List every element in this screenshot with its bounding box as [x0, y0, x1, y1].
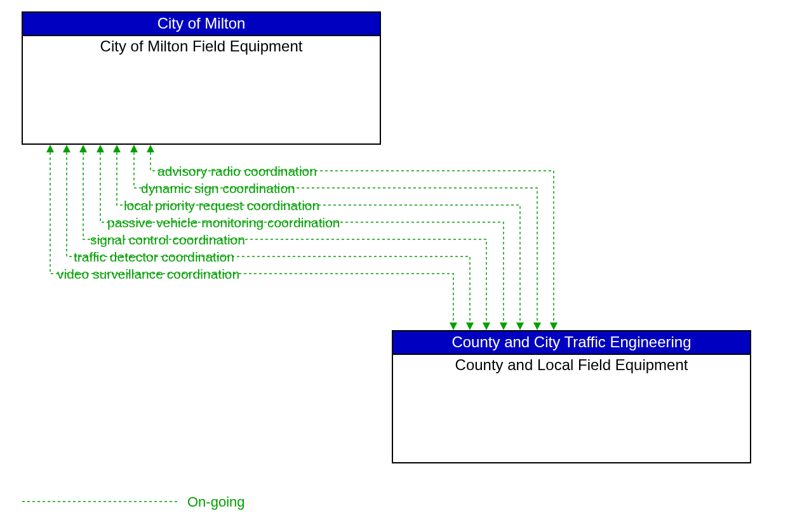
- svg-marker-3: [533, 323, 541, 330]
- flow-label-dynamic-sign: dynamic sign coordination: [138, 181, 298, 196]
- flow-label-signal-control: signal control coordination: [88, 232, 248, 247]
- svg-marker-5: [516, 323, 524, 330]
- entity-body-city-of-milton: City of Milton Field Equipment: [23, 36, 380, 56]
- svg-marker-10: [63, 145, 70, 152]
- flow-label-passive-vehicle: passive vehicle monitoring coordination: [105, 215, 343, 230]
- flow-label-advisory-radio: advisory radio coordination: [155, 164, 319, 178]
- svg-marker-1: [550, 323, 558, 330]
- svg-marker-11: [466, 323, 474, 330]
- svg-marker-4: [113, 145, 121, 152]
- legend-ongoing-label: On-going: [187, 494, 245, 510]
- svg-marker-13: [450, 323, 457, 330]
- entity-header-city-of-milton: City of Milton: [23, 13, 380, 36]
- entity-header-county-city-traffic: County and City Traffic Engineering: [393, 331, 750, 355]
- entity-body-county-city-traffic: County and Local Field Equipment: [393, 355, 750, 375]
- flow-label-video-surveillance: video surveillance coordination: [55, 267, 242, 281]
- svg-marker-8: [79, 145, 87, 152]
- svg-marker-9: [483, 323, 490, 330]
- entity-box-county-city-traffic: County and City Traffic Engineering Coun…: [392, 330, 751, 463]
- svg-marker-12: [46, 145, 54, 152]
- flow-label-traffic-detector: traffic detector coordination: [71, 249, 237, 264]
- flow-label-local-priority: local priority request coordination: [121, 198, 322, 213]
- svg-marker-6: [97, 145, 104, 152]
- svg-marker-7: [500, 323, 507, 330]
- svg-marker-0: [147, 145, 154, 152]
- entity-box-city-of-milton: City of Milton City of Milton Field Equi…: [22, 11, 381, 145]
- svg-marker-2: [130, 145, 138, 152]
